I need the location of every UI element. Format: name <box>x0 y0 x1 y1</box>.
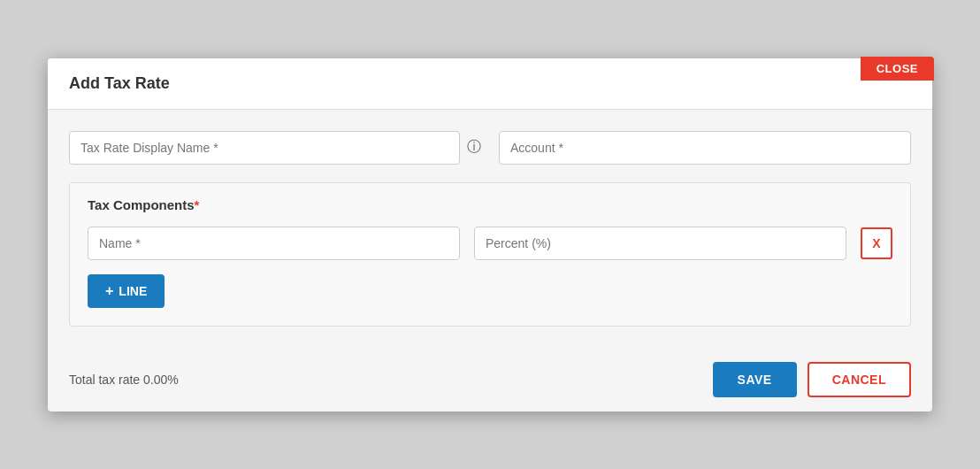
modal-body: ⓘ Tax Components* X + LINE <box>48 110 932 348</box>
component-row: X <box>88 227 892 260</box>
add-line-button[interactable]: + LINE <box>88 274 165 308</box>
account-input[interactable] <box>499 131 911 165</box>
tax-components-title: Tax Components* <box>88 197 892 212</box>
modal-title: Add Tax Rate <box>69 74 170 92</box>
add-line-label: LINE <box>119 284 147 298</box>
tax-components-section: Tax Components* X + LINE <box>69 182 911 327</box>
tax-rate-display-name-input[interactable] <box>69 131 460 165</box>
cancel-button[interactable]: CANCEL <box>808 362 911 397</box>
top-fields-row: ⓘ <box>69 131 911 165</box>
tax-rate-display-name-field-group: ⓘ <box>69 131 481 165</box>
component-percent-input[interactable] <box>474 227 846 260</box>
required-star: * <box>195 197 200 212</box>
component-name-input[interactable] <box>88 227 460 260</box>
remove-component-button[interactable]: X <box>861 227 892 259</box>
total-rate-label: Total tax rate 0.00% <box>69 373 179 387</box>
save-button[interactable]: SAVE <box>713 362 797 397</box>
account-field-group <box>499 131 911 165</box>
modal-header: Add Tax Rate <box>48 58 932 110</box>
plus-icon: + <box>105 283 113 299</box>
modal-container: CLOSE Add Tax Rate ⓘ Tax Components* X <box>48 58 932 411</box>
modal-footer: Total tax rate 0.00% SAVE CANCEL <box>48 348 932 411</box>
info-icon: ⓘ <box>467 138 481 157</box>
close-button[interactable]: CLOSE <box>861 57 934 81</box>
